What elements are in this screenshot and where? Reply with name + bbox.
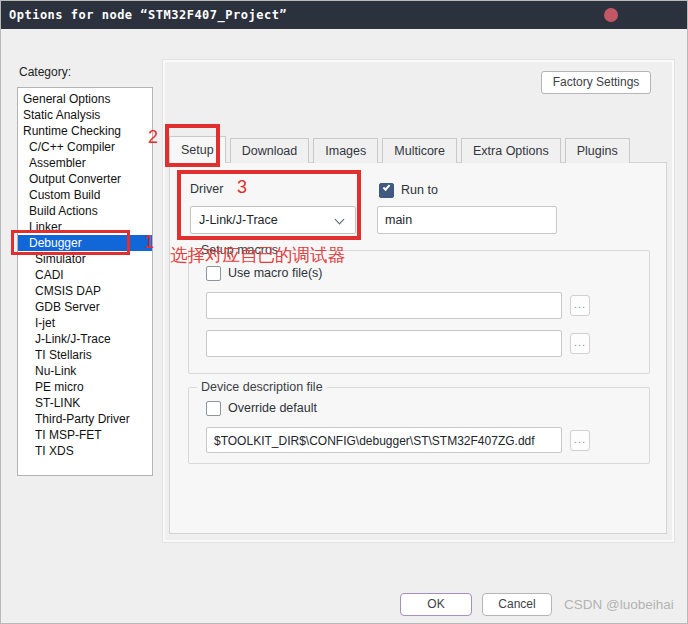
macro-file-input-2[interactable]	[206, 330, 562, 357]
category-item-ti-xds[interactable]: TI XDS	[18, 443, 152, 459]
category-item-ti-msp-fet[interactable]: TI MSP-FET	[18, 427, 152, 443]
category-item-build-actions[interactable]: Build Actions	[18, 203, 152, 219]
ok-button[interactable]: OK	[400, 593, 472, 616]
driver-label: Driver	[190, 182, 223, 196]
driver-dropdown-value: J-Link/J-Trace	[199, 213, 278, 227]
use-macro-label: Use macro file(s)	[228, 266, 322, 280]
tab-download[interactable]: Download	[230, 138, 310, 163]
tab-extra-options[interactable]: Extra Options	[461, 138, 561, 163]
tab-plugins[interactable]: Plugins	[565, 138, 630, 163]
check-icon	[383, 183, 391, 191]
macro-browse-button-1[interactable]: ...	[570, 295, 590, 316]
run-to-input[interactable]: main	[377, 206, 557, 234]
setup-macros-group: Setup macros Use macro file(s) ... ...	[188, 250, 650, 374]
category-item-ti-stellaris[interactable]: TI Stellaris	[18, 347, 152, 363]
macro-file-input-1[interactable]	[206, 292, 562, 319]
use-macro-checkbox[interactable]	[206, 266, 221, 281]
category-item-simulator[interactable]: Simulator	[18, 251, 152, 267]
category-item-debugger[interactable]: Debugger	[18, 235, 152, 251]
dialog-title: Options for node “STM32F407_Project”	[1, 8, 287, 22]
annotation-number-2: 2	[148, 127, 158, 148]
tab-images[interactable]: Images	[313, 138, 378, 163]
chevron-down-icon	[335, 215, 345, 225]
category-item-general-options[interactable]: General Options	[18, 91, 152, 107]
category-item-gdb-server[interactable]: GDB Server	[18, 299, 152, 315]
category-item-cadi[interactable]: CADI	[18, 267, 152, 283]
category-item-linker[interactable]: Linker	[18, 219, 152, 235]
tab-multicore[interactable]: Multicore	[382, 138, 457, 163]
override-default-checkbox[interactable]	[206, 401, 221, 416]
category-item-custom-build[interactable]: Custom Build	[18, 187, 152, 203]
category-item-static-analysis[interactable]: Static Analysis	[18, 107, 152, 123]
ddf-path-input[interactable]: $TOOLKIT_DIR$\CONFIG\debugger\ST\STM32F4…	[206, 427, 562, 453]
ddf-browse-button[interactable]: ...	[570, 430, 590, 451]
device-description-title: Device description file	[197, 380, 327, 394]
category-item-i-jet[interactable]: I-jet	[18, 315, 152, 331]
category-listbox[interactable]: General OptionsStatic AnalysisRuntime Ch…	[17, 87, 153, 476]
category-item-assembler[interactable]: Assembler	[18, 155, 152, 171]
run-to-label: Run to	[401, 183, 438, 197]
cancel-button[interactable]: Cancel	[482, 593, 552, 616]
category-item-runtime-checking[interactable]: Runtime Checking	[18, 123, 152, 139]
run-to-checkbox[interactable]	[379, 183, 394, 198]
watermark: CSDN @luobeihai	[564, 597, 674, 612]
override-default-label: Override default	[228, 401, 317, 415]
category-item-third-party-driver[interactable]: Third-Party Driver	[18, 411, 152, 427]
setup-tab-panel: Driver J-Link/J-Trace Run to main Setup …	[169, 162, 667, 534]
category-label: Category:	[19, 65, 71, 79]
close-icon[interactable]	[604, 8, 618, 22]
category-item-nu-link[interactable]: Nu-Link	[18, 363, 152, 379]
category-item-st-link[interactable]: ST-LINK	[18, 395, 152, 411]
macro-browse-button-2[interactable]: ...	[570, 333, 590, 354]
category-item-output-converter[interactable]: Output Converter	[18, 171, 152, 187]
category-item-c-c-compiler[interactable]: C/C++ Compiler	[18, 139, 152, 155]
annotation-note: 选择对应自已的调试器	[170, 243, 345, 267]
tab-strip: SetupDownloadImagesMulticoreExtra Option…	[169, 136, 634, 163]
tab-setup[interactable]: Setup	[169, 136, 226, 163]
title-bar: Options for node “STM32F407_Project”	[1, 1, 687, 29]
driver-dropdown[interactable]: J-Link/J-Trace	[190, 206, 356, 234]
annotation-number-3: 3	[237, 177, 247, 198]
options-dialog: Options for node “STM32F407_Project” Cat…	[0, 0, 688, 624]
factory-settings-button[interactable]: Factory Settings	[541, 71, 651, 94]
category-item-cmsis-dap[interactable]: CMSIS DAP	[18, 283, 152, 299]
category-item-pe-micro[interactable]: PE micro	[18, 379, 152, 395]
category-item-j-link-j-trace[interactable]: J-Link/J-Trace	[18, 331, 152, 347]
annotation-number-1: 1	[144, 232, 154, 253]
device-description-group: Device description file Override default…	[188, 387, 650, 464]
